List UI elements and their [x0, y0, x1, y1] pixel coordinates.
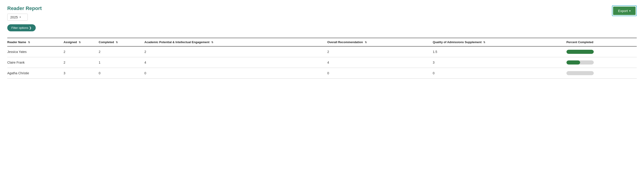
- progress-bar-fill: [566, 60, 580, 64]
- page-title: Reader Report: [7, 5, 42, 11]
- cell-percent: [566, 68, 637, 79]
- progress-bar-container: [566, 71, 594, 75]
- col-header-quality[interactable]: Quality of Admissions Supplement ⇅: [433, 38, 566, 46]
- filter-arrow-icon: ❯: [29, 26, 32, 29]
- sort-icon-recommendation: ⇅: [365, 41, 367, 44]
- col-header-academic[interactable]: Academic Potential & Intellectual Engage…: [144, 38, 327, 46]
- cell-reader-name: Jessica Yates: [7, 46, 64, 57]
- cell-academic: 2: [144, 46, 327, 57]
- reader-report-table: Reader Name ⇅ Assigned ⇅ Completed ⇅ Aca…: [7, 38, 637, 79]
- export-label: Export: [618, 9, 628, 13]
- col-header-recommendation[interactable]: Overall Recommendation ⇅: [327, 38, 433, 46]
- filter-label: Filter options: [11, 26, 28, 29]
- cell-recommendation: 2: [327, 46, 433, 57]
- cell-assigned: 2: [64, 46, 99, 57]
- table-row: Jessica Yates 2 2 2 2 1.5: [7, 46, 637, 57]
- cell-assigned: 3: [64, 68, 99, 79]
- year-value: 2025: [10, 15, 18, 19]
- progress-bar-fill: [566, 50, 594, 54]
- cell-percent: [566, 57, 637, 68]
- sort-icon-assigned: ⇅: [79, 41, 81, 44]
- cell-recommendation: 0: [327, 68, 433, 79]
- cell-recommendation: 4: [327, 57, 433, 68]
- cell-academic: 0: [144, 68, 327, 79]
- export-button[interactable]: Export ▾: [613, 6, 636, 15]
- col-header-percent: Percent Completed: [566, 38, 637, 46]
- cell-assigned: 2: [64, 57, 99, 68]
- sort-icon-completed: ⇅: [116, 41, 118, 44]
- cell-academic: 4: [144, 57, 327, 68]
- cell-completed: 0: [99, 68, 144, 79]
- cell-quality: 3: [433, 57, 566, 68]
- cell-percent: [566, 46, 637, 57]
- cell-quality: 0: [433, 68, 566, 79]
- year-chevron-icon: ▾: [20, 16, 21, 19]
- cell-completed: 1: [99, 57, 144, 68]
- cell-completed: 2: [99, 46, 144, 57]
- col-header-assigned[interactable]: Assigned ⇅: [64, 38, 99, 46]
- progress-bar-container: [566, 50, 594, 54]
- cell-reader-name: Claire Frank: [7, 57, 64, 68]
- export-chevron-icon: ▾: [629, 9, 630, 12]
- progress-bar-container: [566, 60, 594, 64]
- col-header-reader-name[interactable]: Reader Name ⇅: [7, 38, 64, 46]
- sort-icon-reader: ⇅: [28, 41, 30, 44]
- cell-quality: 1.5: [433, 46, 566, 57]
- cell-reader-name: Agatha Christie: [7, 68, 64, 79]
- table-header-row: Reader Name ⇅ Assigned ⇅ Completed ⇅ Aca…: [7, 38, 637, 46]
- table-row: Claire Frank 2 1 4 4 3: [7, 57, 637, 68]
- sort-icon-quality: ⇅: [483, 41, 485, 44]
- sort-icon-academic: ⇅: [211, 41, 213, 44]
- export-button-wrapper: Export ▾: [612, 5, 637, 16]
- table-row: Agatha Christie 3 0 0 0 0: [7, 68, 637, 79]
- filter-options-button[interactable]: Filter options ❯: [7, 24, 36, 31]
- year-selector[interactable]: 2025 ▾: [7, 14, 28, 21]
- col-header-completed[interactable]: Completed ⇅: [99, 38, 144, 46]
